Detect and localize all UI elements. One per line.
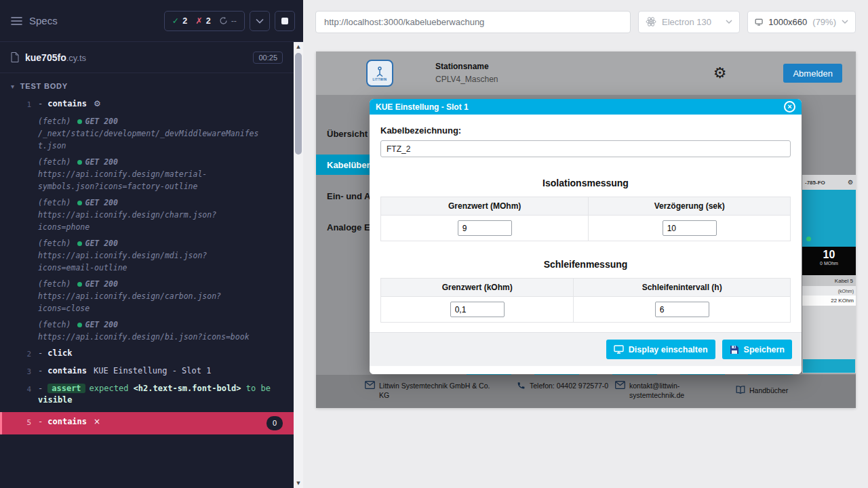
fetch-label: (fetch): [38, 279, 71, 289]
cypress-reporter: Specs ✓ 2 ✗ 2 --: [0, 0, 303, 488]
book-icon: [736, 386, 745, 394]
command-body: contains⚙: [38, 98, 288, 110]
command-row-contains-failed[interactable]: 5 contains× 0: [0, 412, 294, 434]
fetch-log-entry: (fetch)GET 200 https://api.iconify.desig…: [38, 276, 263, 317]
stop-button[interactable]: [275, 11, 295, 31]
stat-passed: ✓ 2: [172, 16, 187, 26]
viewport-select[interactable]: 1000x660 (79%): [747, 11, 856, 33]
slot-display-value: 10: [802, 249, 856, 261]
command-row-assert[interactable]: 4 assertexpected <h2.text-sm.font-bold> …: [0, 380, 294, 409]
pending-refresh-icon: [219, 16, 228, 25]
stat-pending: --: [219, 16, 237, 26]
specs-title: Specs: [29, 15, 58, 26]
table-cell: [381, 297, 574, 323]
save-button-label: Speichern: [744, 345, 785, 354]
viewport-monitor-icon: [755, 17, 763, 27]
specs-list-icon[interactable]: [11, 16, 22, 26]
success-dot-icon: [77, 282, 82, 287]
reporter-scrollbar: ▲ ▼: [294, 42, 303, 488]
footer-email-text: kontakt@littwin-systemtechnik.de: [629, 381, 703, 400]
command-number: 5: [2, 416, 38, 428]
url-input[interactable]: [315, 11, 631, 33]
fetch-log-entry: (fetch)GET 200 https://api.iconify.desig…: [38, 154, 263, 195]
scroll-up-arrow-icon[interactable]: ▲: [294, 42, 303, 52]
match-count-badge: 0: [267, 416, 283, 430]
fetch-status: GET 200: [85, 198, 117, 207]
footer-phone-text: Telefon: 04402 972577-0: [530, 381, 612, 390]
verzoegerung-input[interactable]: [663, 220, 717, 236]
command-method: contains: [47, 366, 87, 375]
stop-icon: [281, 18, 288, 24]
slot-card-title: -785-FO: [805, 180, 825, 186]
email-icon: [615, 381, 625, 389]
footer-company: Littwin Systemtechnik GmbH & Co. KG: [365, 381, 496, 400]
failed-count: 2: [206, 16, 211, 26]
grenzwert-mohm-input[interactable]: [458, 220, 512, 236]
contains-arg-gear-icon: ⚙: [94, 99, 101, 108]
modal-title: KUE Einstellung - Slot 1: [376, 102, 469, 112]
modal-close-icon[interactable]: ×: [784, 101, 795, 113]
schleifenmessung-table: Grenzwert (kOhm) Schleifenintervall (h): [380, 278, 791, 323]
footer-phone: Telefon: 04402 972577-0: [517, 381, 612, 390]
slot-card-partial: -785-FO ⚙ 10 0 MOhm Kabel 5 (kOhm) 22 KO…: [802, 175, 856, 373]
table-cell: [381, 216, 589, 241]
scroll-down-arrow-icon[interactable]: ▼: [294, 479, 303, 488]
logout-button[interactable]: Abmelden: [783, 64, 842, 83]
display-einschalten-button[interactable]: Display einschalten: [606, 340, 715, 359]
status-dot-icon: [806, 237, 811, 241]
kabelbezeichnung-label: Kabelbezeichnung:: [380, 125, 791, 136]
column-header-grenzwert-kohm: Grenzwert (kOhm): [381, 279, 574, 297]
modal-bottom-padding: [370, 366, 802, 374]
slot-kohm-label: (kOhm): [802, 286, 856, 296]
collapse-panel-button[interactable]: [250, 11, 270, 31]
fetch-label: (fetch): [38, 239, 71, 248]
success-dot-icon: [77, 323, 82, 327]
assert-element: <h2.text-sm.font-bold>: [134, 384, 241, 393]
slot-card-button-partial: [803, 359, 855, 373]
footer-manuals-text: Handbücher: [749, 386, 788, 395]
column-header-grenzwert-mohm: Grenzwert (MOhm): [381, 197, 589, 216]
fetch-url: https://api.iconify.design/carbon.json?i…: [38, 290, 263, 314]
fetch-url: https://api.iconify.design/material-symb…: [38, 168, 263, 192]
fetch-url: https://api.iconify.design/mdi.json?icon…: [38, 249, 263, 274]
settings-gear-icon[interactable]: ⚙: [713, 66, 727, 81]
scrollbar-thumb[interactable]: [295, 53, 302, 155]
kabelbezeichnung-input[interactable]: [380, 140, 791, 157]
spec-file-icon: [11, 52, 19, 62]
schleifenmessung-title: Schleifenmessung: [380, 259, 791, 270]
slot-display-unit: 0 MOhm: [802, 261, 856, 266]
fetch-label: (fetch): [38, 157, 71, 167]
grenzwert-kohm-input[interactable]: [450, 302, 505, 317]
fetch-url: https://api.iconify.design/bi.json?icons…: [38, 331, 263, 343]
spec-file-ext: .cy.ts: [66, 53, 86, 63]
modal-footer: Display einschalten Speichern: [370, 332, 802, 366]
table-cell: [574, 297, 791, 323]
assert-badge: assert: [47, 384, 85, 393]
speichern-button[interactable]: Speichern: [722, 340, 792, 359]
footer-manuals[interactable]: Handbücher: [736, 386, 788, 395]
command-row-contains-gear[interactable]: 1 contains⚙: [0, 96, 294, 113]
schleifenintervall-input[interactable]: [655, 302, 709, 317]
app-footer: Littwin Systemtechnik GmbH & Co. KG Tele…: [316, 375, 856, 408]
phone-icon: [517, 381, 526, 390]
suite-title: TEST BODY: [20, 82, 68, 90]
fetch-status: GET 200: [85, 157, 117, 167]
logo-text: LITTWIN: [372, 78, 387, 81]
chevron-down-icon: [256, 18, 264, 24]
command-body: assertexpected <h2.text-sm.font-bold> to…: [38, 383, 288, 406]
fetch-url: /_next/static/development/_devMiddleware…: [38, 127, 263, 152]
command-row-contains-title[interactable]: 3 containsKUE Einstellung - Slot 1: [0, 363, 294, 380]
fetch-label: (fetch): [38, 117, 71, 126]
suite-chevron-icon: ▾: [11, 83, 15, 90]
passed-count: 2: [182, 16, 187, 26]
isolationsmessung-title: Isolationsmessung: [380, 178, 791, 188]
browser-name: Electron 130: [662, 17, 711, 27]
suite-toggle[interactable]: ▾ TEST BODY: [0, 73, 294, 94]
browser-select[interactable]: Electron 130: [638, 11, 740, 33]
assert-state: visible: [38, 395, 73, 405]
slot-card-panel: [802, 190, 856, 247]
slot-display: 10 0 MOhm: [802, 247, 856, 275]
stat-failed: ✗ 2: [195, 16, 210, 26]
pending-count: --: [231, 16, 237, 26]
command-row-click[interactable]: 2 click: [0, 345, 294, 363]
